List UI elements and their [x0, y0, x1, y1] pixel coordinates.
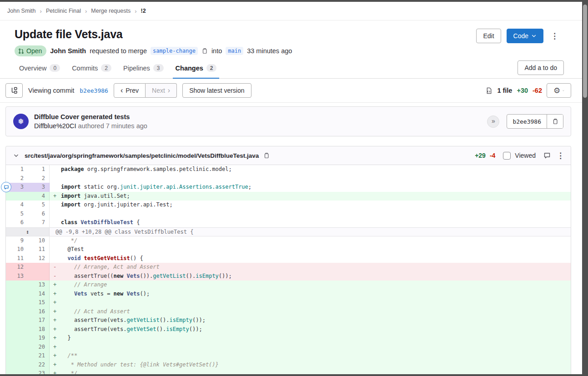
new-line-number[interactable]: 12: [28, 254, 50, 263]
code-text: Vets vets = new Vets();: [61, 290, 150, 299]
commit-sha-link[interactable]: b2ee3986: [80, 87, 108, 94]
tab-commits[interactable]: Commits2: [67, 57, 116, 78]
commit-card: ❅ Diffblue Cover generated tests Diffblu…: [5, 106, 571, 136]
old-line-number[interactable]: [6, 351, 28, 361]
new-line-number[interactable]: 17: [28, 316, 50, 325]
new-line-number[interactable]: 23: [28, 369, 50, 374]
old-line-number[interactable]: [6, 298, 28, 307]
new-line-number[interactable]: 19: [28, 334, 50, 343]
next-commit-button[interactable]: Next›: [146, 83, 177, 98]
show-latest-version-button[interactable]: Show latest version: [182, 83, 251, 98]
chevron-right-icon: ›: [85, 8, 87, 15]
code-text: */: [61, 236, 77, 246]
old-line-number[interactable]: 4: [6, 201, 28, 210]
breadcrumb-item-user[interactable]: John Smith: [7, 8, 36, 14]
code-text: void testGetVetList() {: [61, 254, 143, 263]
code-text: }: [61, 334, 71, 343]
old-line-number[interactable]: [6, 361, 28, 370]
old-line-number[interactable]: 13: [6, 272, 28, 281]
new-line-number[interactable]: 4: [28, 192, 50, 201]
chevron-down-icon: [563, 88, 564, 93]
old-line-number[interactable]: [6, 281, 28, 290]
target-branch-label[interactable]: main: [226, 47, 243, 55]
new-line-number[interactable]: 20: [28, 343, 50, 352]
line-comment-indicator[interactable]: [1, 182, 11, 192]
clipboard-icon: [263, 152, 270, 159]
collapse-file-button[interactable]: [13, 153, 19, 159]
new-line-number[interactable]: 15: [28, 298, 50, 307]
tab-pipelines[interactable]: Pipelines3: [119, 57, 168, 78]
file-options-button[interactable]: ⋮: [557, 152, 564, 160]
edit-button[interactable]: Edit: [476, 29, 501, 43]
old-line-number[interactable]: 11: [6, 254, 28, 263]
code-line: +: [50, 343, 571, 352]
copy-branch-button[interactable]: [201, 48, 208, 54]
expand-commit-details-button[interactable]: »: [487, 115, 499, 128]
tab-count-badge: 3: [153, 64, 164, 72]
old-line-number[interactable]: 10: [6, 245, 28, 254]
old-line-number[interactable]: 12: [6, 263, 28, 272]
new-line-number[interactable]: 16: [28, 307, 50, 316]
new-line-number[interactable]: 10: [28, 236, 50, 246]
old-line-number[interactable]: [6, 325, 28, 334]
scrollbar-thumb[interactable]: [583, 5, 587, 98]
old-line-number[interactable]: 9: [6, 236, 28, 246]
diff-marker: +: [53, 307, 61, 316]
old-line-number[interactable]: [6, 316, 28, 325]
new-line-number[interactable]: 14: [28, 290, 50, 299]
old-line-number[interactable]: [6, 369, 28, 374]
file-path[interactable]: src/test/java/org/springframework/sample…: [25, 152, 259, 159]
breadcrumb-item-project[interactable]: Petclinic Final: [46, 8, 81, 14]
new-line-number[interactable]: 22: [28, 361, 50, 370]
diff-marker: [53, 210, 61, 219]
code-text: * Method under test: {@link Vets#getVetS…: [61, 361, 219, 370]
old-line-number[interactable]: [6, 343, 28, 352]
prev-commit-button[interactable]: ‹Prev: [114, 83, 146, 98]
new-line-number[interactable]: [28, 272, 50, 281]
old-line-number[interactable]: 1: [6, 165, 28, 174]
new-line-number[interactable]: 1: [28, 165, 50, 174]
file-comment-button[interactable]: [543, 152, 551, 159]
new-line-number[interactable]: 2: [28, 174, 50, 183]
copy-path-button[interactable]: [263, 152, 270, 159]
file-tree-toggle-button[interactable]: [5, 83, 23, 98]
old-line-number[interactable]: 6: [6, 218, 28, 227]
new-line-number[interactable]: 13: [28, 281, 50, 290]
old-line-number[interactable]: 5: [6, 210, 28, 219]
new-line-number[interactable]: 7: [28, 218, 50, 227]
diff-marker: +: [53, 351, 61, 361]
code-text: */: [61, 369, 77, 374]
old-line-number[interactable]: [6, 307, 28, 316]
diff-row: 22+ * Method under test: {@link Vets#get…: [6, 361, 571, 370]
code-text: assertTrue(vets.getVetList().isEmpty());: [61, 316, 206, 325]
viewed-label: Viewed: [515, 152, 536, 159]
breadcrumb-item-merge-requests[interactable]: Merge requests: [91, 8, 131, 14]
commit-author[interactable]: Diffblue%20CI: [34, 122, 76, 130]
more-actions-button[interactable]: ⋮: [549, 29, 560, 43]
new-line-number[interactable]: 18: [28, 325, 50, 334]
new-line-number[interactable]: 6: [28, 210, 50, 219]
new-line-number[interactable]: 3: [28, 183, 50, 192]
old-line-number[interactable]: [6, 192, 28, 201]
new-line-number[interactable]: 21: [28, 351, 50, 361]
diff-row: 22: [6, 174, 571, 183]
tab-overview[interactable]: Overview0: [15, 57, 65, 78]
new-line-number[interactable]: [28, 263, 50, 272]
copy-sha-button[interactable]: [547, 115, 563, 128]
add-todo-button[interactable]: Add a to do: [518, 60, 564, 75]
tab-changes[interactable]: Changes2: [171, 57, 221, 78]
new-line-number[interactable]: 11: [28, 245, 50, 254]
chevron-left-icon: ‹: [121, 87, 123, 94]
new-line-number[interactable]: 5: [28, 201, 50, 210]
mr-author[interactable]: John Smith: [50, 47, 86, 55]
old-line-number[interactable]: [6, 334, 28, 343]
source-branch-label[interactable]: sample-change: [151, 47, 198, 55]
diff-settings-button[interactable]: ⚙: [547, 83, 571, 98]
expand-lines-button[interactable]: ↕: [6, 228, 50, 236]
diff-file-card: src/test/java/org/springframework/sample…: [5, 146, 571, 374]
commit-sha-value: b2ee3986: [507, 115, 547, 128]
viewed-checkbox[interactable]: [503, 152, 511, 160]
old-line-number[interactable]: [6, 290, 28, 299]
old-line-number[interactable]: 2: [6, 174, 28, 183]
code-button[interactable]: Code: [507, 29, 543, 43]
